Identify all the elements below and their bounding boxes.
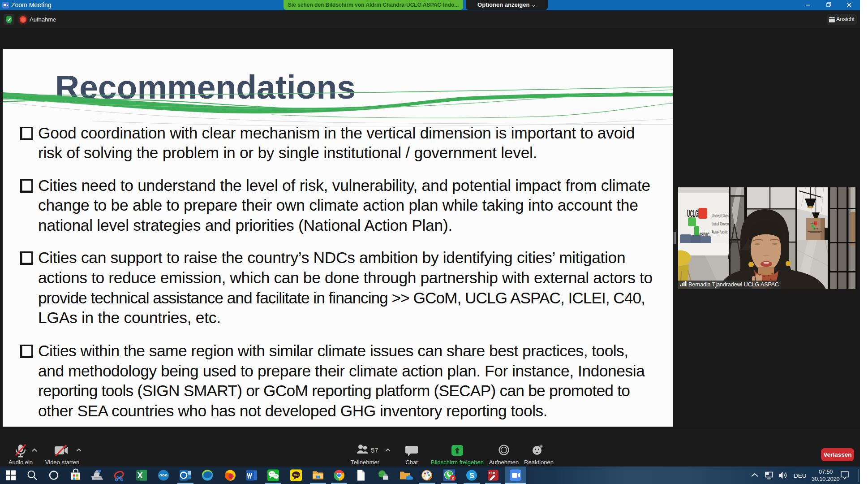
svg-text:PDF: PDF bbox=[489, 471, 496, 475]
svg-text:TALK: TALK bbox=[294, 474, 300, 476]
svg-text:57: 57 bbox=[371, 446, 378, 454]
svg-text:X: X bbox=[138, 471, 143, 480]
svg-text:2: 2 bbox=[452, 476, 454, 480]
svg-text:30.10.2020: 30.10.2020 bbox=[812, 476, 840, 482]
svg-text:DEU: DEU bbox=[794, 472, 807, 479]
svg-text:ASPAC: ASPAC bbox=[814, 228, 820, 230]
svg-text:07:50: 07:50 bbox=[819, 469, 833, 475]
svg-text:Asia-Pacific: Asia-Pacific bbox=[712, 229, 728, 235]
svg-text:S: S bbox=[469, 472, 474, 480]
svg-text:UCLG: UCLG bbox=[810, 222, 815, 225]
